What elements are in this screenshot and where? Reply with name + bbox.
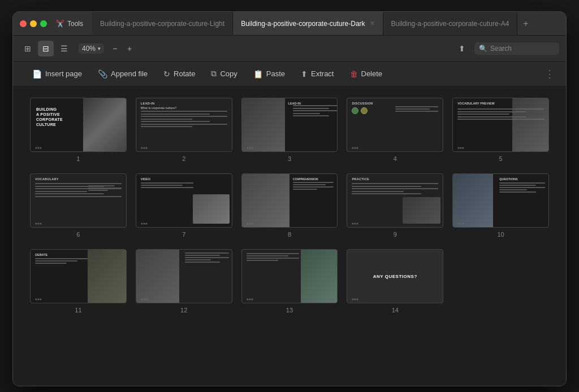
slide-1-title: BUILDINGA POSITIVECORPORATECULTURE: [36, 107, 63, 127]
zoom-out-button[interactable]: −: [109, 42, 121, 55]
slide-subtitle: What is corporate culture?: [141, 106, 176, 110]
search-box[interactable]: 🔍: [474, 42, 559, 55]
rotate-label: Rotate: [174, 69, 195, 78]
slide-circles: [352, 107, 368, 114]
tab-light[interactable]: Building-a-positive-corporate-cuture-Lig…: [92, 12, 233, 35]
insert-label: Insert page: [45, 69, 82, 78]
slide-header: VIDEO: [141, 177, 193, 181]
slide-footer: ▣▣▣: [35, 146, 42, 149]
slide-item[interactable]: BUILDINGA POSITIVECORPORATECULTURE ▣▣▣ 1: [30, 98, 127, 162]
slide-item[interactable]: LEAD-IN What is corporate culture? ▣▣▣ 2: [136, 98, 232, 162]
slide-number: 14: [392, 307, 399, 313]
slide-number: 4: [394, 155, 397, 162]
search-input[interactable]: [490, 45, 555, 53]
slide-lines: [141, 111, 227, 129]
tab-a4-label: Building-a-positive-corporate-cuture-A4: [391, 20, 509, 28]
paste-label: Paste: [266, 69, 285, 78]
zoom-in-button[interactable]: +: [123, 42, 136, 55]
copy-icon: ⧉: [211, 69, 217, 79]
list-view-button[interactable]: ☰: [56, 41, 72, 56]
grid-view-button[interactable]: ⊟: [38, 41, 54, 56]
tab-dark-close[interactable]: ✕: [370, 20, 375, 27]
minimize-button[interactable]: [30, 20, 37, 27]
slide-thumbnail: VIDEO ▣▣▣: [136, 173, 232, 228]
tools-menu[interactable]: ✂️ Tools: [56, 20, 83, 28]
copy-button[interactable]: ⧉ Copy: [203, 62, 245, 86]
slide-header: VOCABULARY: [35, 177, 59, 181]
slide-item[interactable]: VIDEO ▣▣▣ 7: [136, 173, 232, 238]
slide-number: 2: [182, 155, 185, 162]
slide-item[interactable]: ▣▣▣ 13: [241, 249, 338, 313]
maximize-button[interactable]: [40, 20, 47, 27]
app-window: ✂️ Tools Building-a-positive-corporate-c…: [12, 11, 567, 386]
thumbnail-view-button[interactable]: ⊞: [20, 41, 36, 56]
paste-icon: 📋: [253, 69, 263, 79]
slide-thumbnail: ▣▣▣: [136, 249, 232, 303]
slide-number: 3: [288, 155, 291, 162]
slide-item[interactable]: DEBATE ▣▣▣ 11: [30, 249, 127, 313]
append-file-button[interactable]: 📎 Append file: [90, 62, 155, 86]
rotate-button[interactable]: ↻ Rotate: [155, 62, 203, 86]
slide-thumbnail: DISCUSSION ▣▣▣: [347, 98, 443, 152]
zoom-label: 40%: [82, 45, 96, 53]
slide-thumbnail: QUESTIONS ▣▣▣: [452, 173, 549, 228]
slide-item[interactable]: VOCABULARY PREVIEW ▣▣▣ 5: [452, 98, 549, 162]
append-icon: 📎: [98, 69, 107, 79]
slide-header: QUESTIONS: [499, 177, 545, 181]
paste-button[interactable]: 📋 Paste: [245, 62, 293, 86]
slide-header: PRACTICE: [352, 177, 369, 181]
slide-item[interactable]: VOCABULARY ▣▣▣: [30, 173, 127, 238]
tab-light-label: Building-a-positive-corporate-cuture-Lig…: [100, 20, 224, 28]
tab-dark[interactable]: Building-a-positive-corporate-cuture-Dar…: [233, 12, 383, 35]
delete-icon: 🗑: [350, 69, 358, 79]
title-bar: ✂️ Tools Building-a-positive-corporate-c…: [13, 12, 566, 36]
slide-item[interactable]: COMPREHENSION ▣▣▣ 8: [241, 173, 338, 238]
slide-thumbnail: ANY QUESTIONS? ▣▣▣: [347, 249, 443, 303]
slide-number: 13: [286, 307, 293, 313]
slides-grid: BUILDINGA POSITIVECORPORATECULTURE ▣▣▣ 1…: [30, 98, 549, 313]
toolbar-left: ⊞ ⊟ ☰ 40% ▾ − +: [20, 41, 136, 56]
slide-item[interactable]: ANY QUESTIONS? ▣▣▣ 14: [347, 249, 443, 313]
slide-thumbnail: LEAD-IN What is corporate culture? ▣▣▣: [136, 98, 232, 152]
search-icon: 🔍: [479, 45, 487, 53]
action-bar: 📄 Insert page 📎 Append file ↻ Rotate ⧉ C…: [13, 62, 566, 86]
slide-number: 5: [499, 155, 503, 162]
slide-number: 6: [76, 231, 80, 238]
toolbar-more-button[interactable]: ⋮: [545, 68, 555, 80]
slide-item[interactable]: LEAD-IN ▣▣▣ 3: [241, 98, 338, 162]
tabs-area: Building-a-positive-corporate-cuture-Lig…: [92, 12, 559, 35]
slide-14-text: ANY QUESTIONS?: [373, 274, 417, 279]
slide-thumbnail: PRACTICE ▣▣▣: [347, 173, 443, 228]
slide-number: 9: [394, 231, 397, 238]
view-toolbar: ⊞ ⊟ ☰ 40% ▾ − + ⬆ 🔍: [13, 36, 566, 62]
slide-item[interactable]: PRACTICE ▣▣▣ 9: [347, 173, 443, 238]
insert-page-button[interactable]: 📄 Insert page: [24, 62, 90, 86]
tab-a4[interactable]: Building-a-positive-corporate-cuture-A4: [383, 12, 518, 35]
slide-item[interactable]: ▣▣▣ 12: [136, 249, 232, 313]
extract-icon: ⬆: [301, 69, 308, 79]
delete-button[interactable]: 🗑 Delete: [342, 62, 391, 86]
slide-thumbnail: ▣▣▣: [241, 249, 338, 303]
slide-header: DEBATE: [35, 253, 88, 256]
slide-item[interactable]: DISCUSSION ▣▣▣ 4: [347, 98, 443, 162]
tab-dark-label: Building-a-positive-corporate-cuture-Dar…: [241, 20, 365, 28]
rotate-icon: ↻: [163, 69, 170, 79]
slide-number: 8: [288, 231, 291, 238]
slide-thumbnail: COMPREHENSION ▣▣▣: [241, 173, 338, 228]
zoom-dropdown-icon: ▾: [98, 46, 101, 51]
append-label: Append file: [111, 69, 148, 78]
close-button[interactable]: [20, 20, 27, 27]
tools-label: Tools: [67, 20, 83, 28]
tab-add-button[interactable]: +: [517, 12, 534, 35]
slide-item[interactable]: QUESTIONS ▣▣▣ 10: [452, 173, 549, 238]
slide-header: VOCABULARY PREVIEW: [457, 102, 508, 105]
slide-thumbnail: LEAD-IN ▣▣▣: [241, 98, 338, 152]
insert-icon: 📄: [32, 69, 42, 79]
traffic-lights: [20, 20, 47, 27]
slide-thumbnail: BUILDINGA POSITIVECORPORATECULTURE ▣▣▣: [30, 98, 127, 152]
zoom-control[interactable]: 40% ▾: [79, 43, 104, 54]
slide-header: DISCUSSION: [352, 102, 373, 105]
extract-button[interactable]: ⬆ Extract: [293, 62, 342, 86]
share-button[interactable]: ⬆: [454, 41, 470, 56]
slide-thumbnail: VOCABULARY PREVIEW ▣▣▣: [452, 98, 549, 152]
